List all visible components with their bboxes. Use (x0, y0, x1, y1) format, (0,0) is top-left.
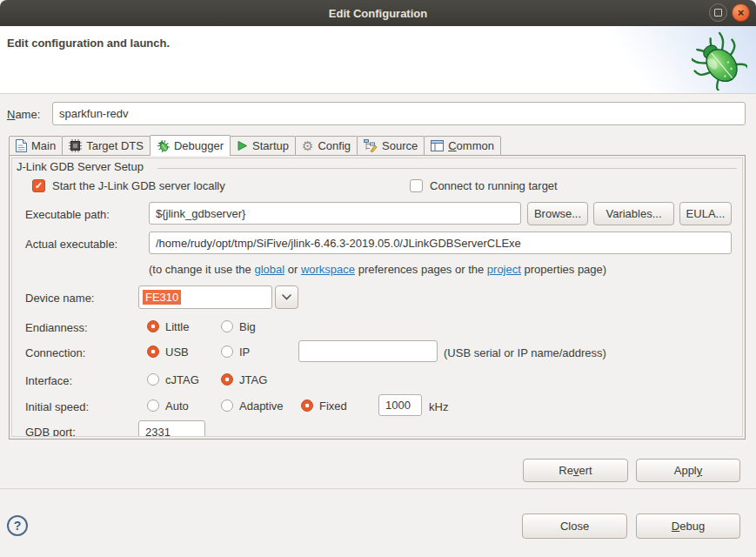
project-properties-link[interactable]: project (487, 263, 521, 276)
help-icon: ? (14, 519, 22, 533)
radio-off-icon (147, 373, 159, 386)
radio-on-icon (147, 320, 159, 332)
beetle-logo-icon (692, 30, 747, 91)
tab-source[interactable]: Source (357, 136, 425, 156)
radio-adaptive[interactable]: Adaptive (221, 399, 284, 413)
radio-big[interactable]: Big (221, 319, 256, 333)
radio-off-icon (221, 399, 233, 412)
checkbox-checked-icon: ✓ (32, 179, 45, 192)
gdb-port-label: GDB port: (25, 426, 76, 437)
browse-button[interactable]: Browse... (527, 202, 588, 225)
table-icon (431, 140, 444, 151)
radio-off-icon (147, 399, 159, 412)
checkbox-label: Start the J-Link GDB server locally (52, 179, 225, 192)
tab-label: Target DTS (86, 139, 144, 152)
interface-label: Interface: (25, 374, 72, 387)
maximize-icon (714, 9, 722, 17)
radio-auto[interactable]: Auto (147, 399, 189, 413)
tab-label: Startup (252, 139, 289, 152)
debug-button[interactable]: Debug (636, 513, 740, 539)
radio-usb[interactable]: USB (147, 345, 189, 359)
jlink-setup-scroll-area: J-Link GDB Server Setup ✓ Start the J-Li… (11, 158, 743, 437)
debugger-tab-panel: J-Link GDB Server Setup ✓ Start the J-Li… (9, 155, 746, 440)
radio-on-icon (221, 373, 233, 386)
executable-path-input[interactable] (149, 202, 521, 225)
checkbox-label: Connect to running target (430, 179, 558, 192)
bug-icon (157, 139, 170, 152)
tab-label: Common (448, 139, 494, 152)
connection-hint: (USB serial or IP name/address) (444, 346, 606, 359)
device-name-label: Device name: (25, 292, 94, 305)
global-preferences-link[interactable]: global (254, 263, 284, 276)
initial-speed-label: Initial speed: (25, 400, 89, 413)
tab-label: Main (31, 139, 56, 152)
chevron-down-icon (282, 294, 291, 300)
connect-running-target-checkbox[interactable]: Connect to running target (410, 178, 558, 193)
name-input[interactable] (52, 102, 746, 125)
radio-off-icon (221, 346, 233, 358)
dialog-header: Edit configuration and launch. (0, 26, 756, 94)
radio-fixed[interactable]: Fixed (301, 399, 347, 413)
tab-debugger[interactable]: Debugger (150, 135, 231, 156)
header-message: Edit configuration and launch. (7, 37, 170, 50)
variables-button[interactable]: Variables... (593, 202, 674, 225)
chip-icon (69, 139, 82, 152)
gdb-port-input[interactable] (138, 420, 205, 437)
close-window-button[interactable]: × (732, 3, 750, 22)
tab-label: Source (382, 139, 418, 152)
apply-button[interactable]: Apply (636, 459, 740, 482)
tab-target-dts[interactable]: Target DTS (62, 136, 151, 156)
checkbox-unchecked-icon (410, 179, 423, 192)
device-name-selected-text: FE310 (143, 290, 181, 305)
gear-icon: ⚙ (302, 139, 313, 152)
tab-label: Debugger (174, 139, 224, 152)
revert-button[interactable]: Revert (523, 459, 628, 482)
actual-executable-input[interactable] (149, 232, 732, 254)
tab-common[interactable]: Common (424, 136, 501, 156)
executable-path-label: Executable path: (25, 208, 110, 221)
document-icon (16, 139, 27, 152)
titlebar[interactable]: Edit Configuration × (0, 0, 756, 26)
edit-configuration-dialog: Edit Configuration × Edit configuration … (0, 0, 756, 557)
footer-divider (0, 488, 756, 489)
close-icon: × (738, 7, 745, 18)
help-button[interactable]: ? (7, 515, 28, 536)
group-title: J-Link GDB Server Setup (17, 160, 144, 173)
group-divider (157, 168, 737, 169)
speed-khz-input[interactable] (378, 394, 422, 416)
radio-ip[interactable]: IP (221, 345, 250, 359)
connection-address-input[interactable] (298, 340, 438, 362)
actual-executable-label: Actual executable: (25, 238, 117, 251)
start-gdb-server-checkbox[interactable]: ✓ Start the J-Link GDB server locally (32, 178, 225, 193)
workspace-preferences-link[interactable]: workspace (301, 263, 355, 276)
radio-little[interactable]: Little (147, 319, 189, 333)
window-title: Edit Configuration (329, 7, 427, 20)
name-label: Name: (7, 108, 40, 121)
radio-cjtag[interactable]: cJTAG (147, 372, 199, 386)
window-controls: × (709, 3, 750, 22)
preferences-hint: (to change it use the global or workspac… (149, 263, 606, 276)
play-icon (237, 140, 248, 151)
device-name-dropdown-button[interactable] (275, 285, 298, 309)
endianness-label: Endianness: (25, 321, 88, 334)
radio-jtag[interactable]: JTAG (221, 372, 267, 386)
tab-bar: Main Target DTS Debugger (9, 135, 500, 156)
radio-on-icon (147, 346, 159, 358)
source-tree-pencil-icon (364, 139, 378, 152)
khz-unit-label: kHz (429, 400, 448, 413)
tab-config[interactable]: ⚙ Config (295, 136, 358, 156)
maximize-button[interactable] (709, 3, 727, 22)
connection-label: Connection: (25, 346, 85, 359)
close-button[interactable]: Close (522, 513, 627, 539)
tab-label: Config (318, 139, 351, 152)
tab-main[interactable]: Main (9, 136, 63, 156)
tab-startup[interactable]: Startup (230, 136, 296, 156)
eula-button[interactable]: EULA... (679, 202, 732, 225)
device-name-combo[interactable]: FE310 (138, 285, 272, 309)
radio-on-icon (301, 399, 313, 412)
radio-off-icon (221, 320, 233, 332)
